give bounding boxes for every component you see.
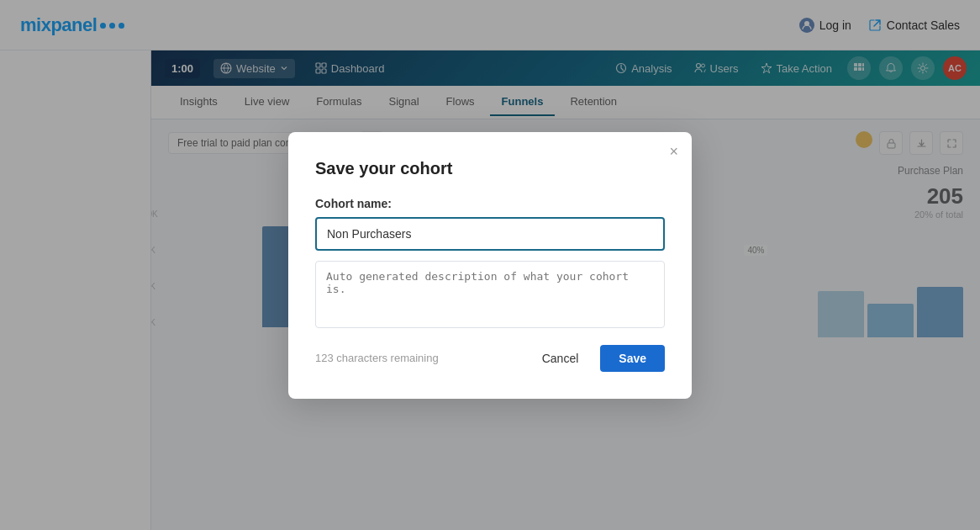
cancel-button[interactable]: Cancel xyxy=(529,345,593,372)
cohort-name-input[interactable] xyxy=(315,217,665,251)
char-count-label: 123 characters remaining xyxy=(315,352,439,364)
modal-footer-buttons: Cancel Save xyxy=(529,345,665,372)
save-button[interactable]: Save xyxy=(600,345,665,372)
modal-title: Save your cohort xyxy=(315,159,665,178)
modal-close-button[interactable]: × xyxy=(669,144,678,159)
modal-overlay: × Save your cohort Cohort name: 123 char… xyxy=(0,0,980,530)
cohort-description-textarea[interactable] xyxy=(315,261,665,328)
cohort-name-label: Cohort name: xyxy=(315,197,665,210)
save-cohort-modal: × Save your cohort Cohort name: 123 char… xyxy=(288,132,692,399)
modal-footer: 123 characters remaining Cancel Save xyxy=(315,345,665,372)
